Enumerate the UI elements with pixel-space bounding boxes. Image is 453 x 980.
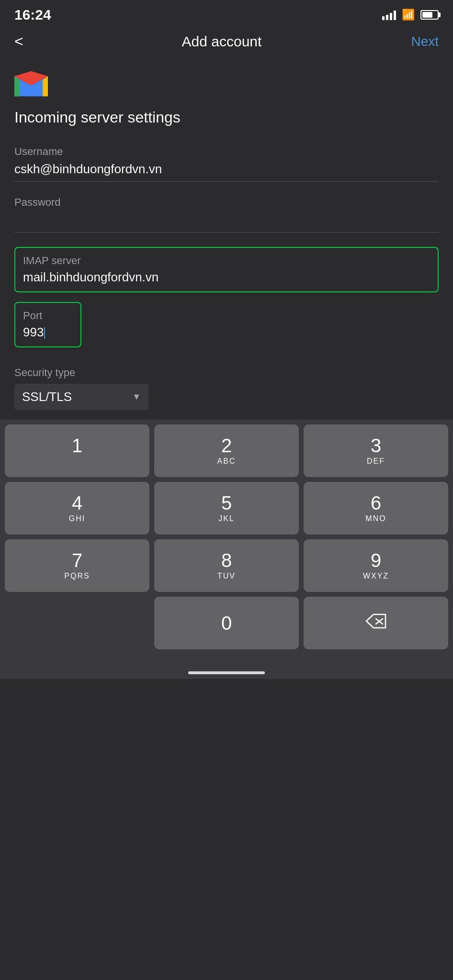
port-value[interactable]: 993 — [23, 325, 73, 340]
password-field-group: Password — [14, 196, 439, 233]
imap-server-value[interactable]: mail.binhduongfordvn.vn — [23, 270, 430, 285]
status-bar: 16:24 📶 — [0, 0, 453, 28]
security-type-section: Security type SSL/TLS ▼ — [14, 367, 439, 410]
content-area: Incoming server settings Username cskh@b… — [0, 60, 453, 410]
key-8[interactable]: 8 TUV — [154, 539, 299, 592]
key-9[interactable]: 9 WXYZ — [304, 539, 448, 592]
password-value[interactable] — [14, 212, 439, 233]
username-label: Username — [14, 145, 439, 158]
username-value[interactable]: cskh@binhduongfordvn.vn — [14, 162, 439, 182]
home-indicator — [0, 664, 453, 679]
security-type-label: Security type — [14, 367, 439, 379]
key-3[interactable]: 3 DEF — [304, 424, 448, 477]
keypad-row-3: 7 PQRS 8 TUV 9 WXYZ — [5, 539, 448, 592]
nav-bar: < Add account Next — [0, 28, 453, 60]
page-title: Add account — [43, 33, 400, 50]
key-1[interactable]: 1 — [5, 424, 149, 477]
next-button[interactable]: Next — [400, 34, 439, 49]
status-time: 16:24 — [14, 7, 51, 23]
gmail-logo — [14, 69, 48, 98]
imap-server-label: IMAP server — [23, 255, 430, 267]
password-label: Password — [14, 196, 439, 209]
username-field-group: Username cskh@binhduongfordvn.vn — [14, 145, 439, 182]
incoming-server-heading: Incoming server settings — [14, 109, 439, 126]
keypad-row-1: 1 2 ABC 3 DEF — [5, 424, 448, 477]
key-7[interactable]: 7 PQRS — [5, 539, 149, 592]
home-bar — [188, 671, 265, 674]
back-button[interactable]: < — [14, 33, 43, 50]
security-type-dropdown[interactable]: SSL/TLS ▼ — [14, 384, 148, 410]
wifi-icon: 📶 — [402, 9, 415, 21]
port-number: 993 — [23, 325, 44, 339]
port-label: Port — [23, 310, 73, 322]
chevron-down-icon: ▼ — [132, 392, 141, 402]
numeric-keypad: 1 2 ABC 3 DEF 4 GHI 5 JKL 6 MNO 7 PQRS — [0, 420, 453, 664]
backspace-icon — [365, 613, 386, 633]
keypad-row-4: 0 — [5, 597, 448, 649]
key-4[interactable]: 4 GHI — [5, 482, 149, 535]
battery-icon — [420, 10, 439, 20]
key-0[interactable]: 0 — [154, 597, 299, 649]
keypad-row-2: 4 GHI 5 JKL 6 MNO — [5, 482, 448, 535]
port-field-group[interactable]: Port 993 — [14, 302, 81, 347]
key-empty — [5, 597, 149, 649]
key-5[interactable]: 5 JKL — [154, 482, 299, 535]
key-6[interactable]: 6 MNO — [304, 482, 448, 535]
key-backspace[interactable] — [304, 597, 448, 649]
signal-icon — [382, 10, 396, 20]
key-2[interactable]: 2 ABC — [154, 424, 299, 477]
status-icons: 📶 — [382, 9, 439, 21]
security-type-value: SSL/TLS — [22, 390, 127, 404]
imap-server-field-group[interactable]: IMAP server mail.binhduongfordvn.vn — [14, 247, 439, 292]
text-cursor — [44, 327, 45, 339]
